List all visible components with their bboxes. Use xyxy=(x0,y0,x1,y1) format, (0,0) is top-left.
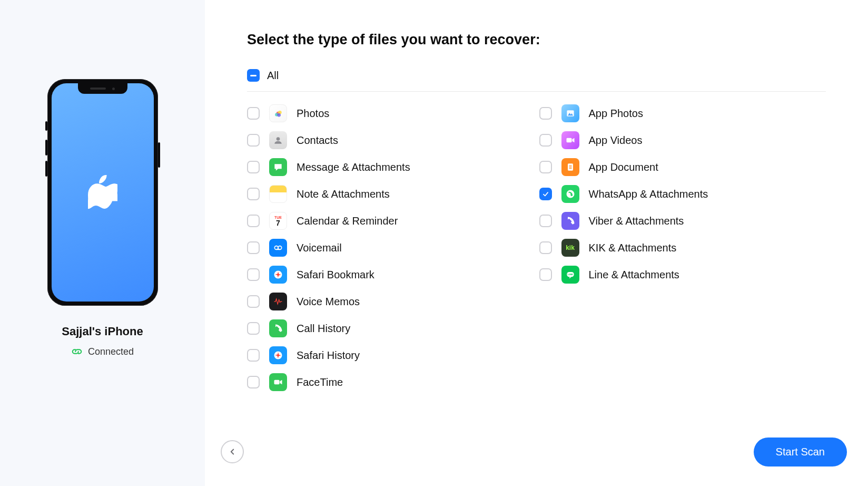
appdoc-icon xyxy=(561,158,579,176)
checkbox-appdoc[interactable] xyxy=(539,161,552,173)
file-type-label: App Videos xyxy=(589,134,643,147)
file-type-row-whatsapp[interactable]: WhatsApp & Attachments xyxy=(539,185,826,203)
safari-bm-icon xyxy=(269,266,287,284)
svg-point-22 xyxy=(566,190,574,198)
device-status: Connected xyxy=(71,346,134,357)
file-type-label: Photos xyxy=(297,108,329,120)
call-icon xyxy=(269,319,287,337)
arrow-left-icon xyxy=(228,447,237,456)
svg-point-4 xyxy=(277,137,280,141)
contacts-icon xyxy=(269,131,287,149)
file-type-column-right: App PhotosApp VideosApp DocumentWhatsApp… xyxy=(539,104,826,391)
kik-icon: kik xyxy=(561,239,579,257)
checkbox-line[interactable] xyxy=(539,268,552,281)
file-type-label: Message & Attachments xyxy=(297,161,410,173)
appphotos-icon xyxy=(561,104,579,122)
file-type-label: App Photos xyxy=(589,108,643,120)
svg-point-3 xyxy=(277,113,281,117)
file-type-label: App Document xyxy=(589,161,658,173)
checkbox-all-row[interactable]: All xyxy=(247,69,826,92)
file-type-row-calendar[interactable]: TUE7Calendar & Reminder xyxy=(247,212,534,230)
svg-marker-24 xyxy=(569,277,571,278)
checkbox-contacts[interactable] xyxy=(247,134,260,147)
checkbox-kik[interactable] xyxy=(539,241,552,254)
page-title: Select the type of files you want to rec… xyxy=(247,32,826,48)
file-type-label: FaceTime xyxy=(297,376,343,388)
message-icon xyxy=(269,158,287,176)
file-type-row-contacts[interactable]: Contacts xyxy=(247,131,534,149)
facetime-icon xyxy=(269,373,287,391)
file-type-row-facetime[interactable]: FaceTime xyxy=(247,373,534,391)
file-type-column-left: PhotosContactsMessage & AttachmentsNote … xyxy=(247,104,534,391)
device-name: Sajjal's iPhone xyxy=(62,325,143,338)
file-type-label: Note & Attachments xyxy=(297,188,390,200)
svg-point-5 xyxy=(274,246,278,250)
checkbox-whatsapp[interactable] xyxy=(539,188,552,200)
file-type-row-kik[interactable]: kikKIK & Attachments xyxy=(539,239,826,257)
svg-point-6 xyxy=(278,246,282,250)
notes-icon xyxy=(269,185,287,203)
file-type-label: KIK & Attachments xyxy=(589,242,677,254)
line-icon: LINE xyxy=(561,266,579,284)
back-button[interactable] xyxy=(221,440,244,463)
file-type-row-safari-hist[interactable]: Safari History xyxy=(247,346,534,364)
apple-logo-icon xyxy=(88,174,117,210)
device-illustration xyxy=(47,79,158,306)
file-type-row-line[interactable]: LINELine & Attachments xyxy=(539,266,826,284)
svg-marker-17 xyxy=(572,138,574,142)
checkbox-viber[interactable] xyxy=(539,215,552,227)
file-type-label: Call History xyxy=(297,323,350,335)
checkbox-all[interactable] xyxy=(247,69,260,82)
start-scan-button[interactable]: Start Scan xyxy=(754,438,847,466)
calendar-icon: TUE7 xyxy=(269,212,287,230)
main-panel: Select the type of files you want to rec… xyxy=(205,0,868,486)
footer-bar: Start Scan xyxy=(205,417,868,486)
checkbox-voicememo[interactable] xyxy=(247,295,260,308)
file-type-label: WhatsApp & Attachments xyxy=(589,188,708,200)
file-type-row-voicememo[interactable]: Voice Memos xyxy=(247,293,534,310)
appvideos-icon xyxy=(561,131,579,149)
svg-rect-12 xyxy=(274,380,280,384)
checkbox-facetime[interactable] xyxy=(247,376,260,388)
checkbox-call[interactable] xyxy=(247,322,260,335)
photos-icon xyxy=(269,104,287,122)
file-type-row-appphotos[interactable]: App Photos xyxy=(539,104,826,122)
viber-icon xyxy=(561,212,579,230)
file-type-row-photos[interactable]: Photos xyxy=(247,104,534,122)
svg-rect-16 xyxy=(566,138,571,142)
checkbox-notes[interactable] xyxy=(247,188,260,200)
file-type-row-viber[interactable]: Viber & Attachments xyxy=(539,212,826,230)
voicemail-icon xyxy=(269,239,287,257)
file-type-row-voicemail[interactable]: Voicemail xyxy=(247,239,534,257)
safari-hist-icon xyxy=(269,346,287,364)
checkbox-voicemail[interactable] xyxy=(247,241,260,254)
app-root: Sajjal's iPhone Connected Select the typ… xyxy=(0,0,868,486)
file-type-row-safari-bm[interactable]: Safari Bookmark xyxy=(247,266,534,284)
device-status-label: Connected xyxy=(88,346,134,357)
checkbox-message[interactable] xyxy=(247,161,260,173)
file-type-row-call[interactable]: Call History xyxy=(247,319,534,337)
file-type-label: Voice Memos xyxy=(297,296,360,308)
file-type-row-notes[interactable]: Note & Attachments xyxy=(247,185,534,203)
checkbox-safari-bm[interactable] xyxy=(247,268,260,281)
file-type-label: Line & Attachments xyxy=(589,269,679,281)
checkbox-photos[interactable] xyxy=(247,107,260,120)
file-type-label: Voicemail xyxy=(297,242,342,254)
checkbox-all-label: All xyxy=(267,70,279,82)
file-type-row-message[interactable]: Message & Attachments xyxy=(247,158,534,176)
svg-marker-13 xyxy=(280,380,282,384)
whatsapp-icon xyxy=(561,185,579,203)
file-type-grid: PhotosContactsMessage & AttachmentsNote … xyxy=(247,104,826,391)
file-type-row-appvideos[interactable]: App Videos xyxy=(539,131,826,149)
checkbox-safari-hist[interactable] xyxy=(247,349,260,362)
device-sidebar: Sajjal's iPhone Connected xyxy=(0,0,205,486)
file-type-label: Safari Bookmark xyxy=(297,269,374,281)
file-type-label: Contacts xyxy=(297,134,338,147)
file-type-row-appdoc[interactable]: App Document xyxy=(539,158,826,176)
link-icon xyxy=(71,346,83,357)
checkbox-appvideos[interactable] xyxy=(539,134,552,147)
voicememo-icon xyxy=(269,293,287,310)
checkbox-appphotos[interactable] xyxy=(539,107,552,120)
checkbox-calendar[interactable] xyxy=(247,215,260,227)
file-type-label: Safari History xyxy=(297,349,360,362)
